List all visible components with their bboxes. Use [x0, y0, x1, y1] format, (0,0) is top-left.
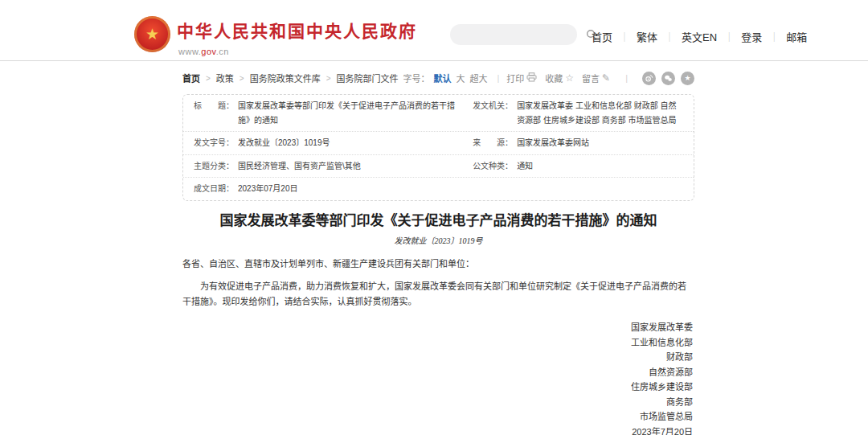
signature-line: 财政部 — [182, 350, 693, 365]
meta-row-docno-source: 发文字号： 发改就业〔2023〕1019号 来 源： 国家发展改革委网站 — [183, 131, 694, 154]
meta-docno-label: 发文字号： — [194, 136, 234, 150]
wechat-share-icon[interactable] — [661, 72, 675, 85]
favorite-button[interactable]: 收藏 ☆ — [545, 72, 574, 84]
meta-row-date: 成文日期： 2023年07月20日 — [183, 177, 694, 200]
nav-separator: ｜ — [769, 30, 779, 43]
nav-separator: ｜ — [724, 30, 734, 43]
meta-agency-label: 发文机关： — [473, 99, 513, 113]
site-header: ★ 中华人民共和国中央人民政府 www.gov.cn 首页 ｜ 繁体 ｜ 英文E… — [0, 0, 868, 61]
site-url-cn: .cn — [216, 47, 229, 56]
meta-category-label: 主题分类： — [194, 159, 234, 174]
breadcrumb-home[interactable]: 首页 — [182, 72, 200, 84]
fontsize-label: 字号： — [403, 72, 429, 84]
meta-source-label: 来 源： — [473, 136, 513, 150]
nav-separator: ｜ — [620, 30, 629, 43]
fontsize-xlarge-button[interactable]: 超大 — [469, 72, 487, 84]
signature-line: 住房城乡建设部 — [182, 380, 693, 395]
meta-category-value: 国民经济管理、国有资产监管\其他 — [238, 159, 361, 174]
weibo-share-icon[interactable] — [642, 72, 656, 85]
star-icon: ☆ — [565, 73, 574, 83]
meta-docno-value: 发改就业〔2023〕1019号 — [238, 136, 330, 150]
fontsize-default-button[interactable]: 默认 — [433, 72, 451, 84]
top-nav: 首页 ｜ 繁体 ｜ 英文EN ｜ 登录 ｜ 邮箱 — [592, 29, 807, 44]
share-buttons: ★ — [637, 72, 694, 85]
site-url-www: www. — [178, 47, 201, 56]
meta-source-value: 国家发展改革委网站 — [517, 136, 589, 150]
breadcrumb-policy-library[interactable]: 国务院政策文件库 — [250, 72, 321, 84]
nav-mail[interactable]: 邮箱 — [786, 29, 807, 44]
site-identity: 中华人民共和国中央人民政府 www.gov.cn — [177, 16, 417, 56]
signature-line: 市场监管总局 — [182, 409, 693, 425]
breadcrumb: 首页 > 政策 > 国务院政策文件库 > 国务院部门文件 — [182, 72, 399, 84]
document-meta-table: 标 题： 国家发展改革委等部门印发《关于促进电子产品消费的若干措施》的通知 发文… — [182, 94, 694, 201]
main-content: 首页 > 政策 > 国务院政策文件库 > 国务院部门文件 字号： 默认 大 超大… — [182, 71, 694, 435]
print-label: 打印 — [506, 72, 524, 84]
meta-type-label: 公文种类： — [473, 159, 513, 174]
search-box[interactable] — [450, 24, 577, 45]
breadcrumb-policy[interactable]: 政策 — [216, 72, 234, 84]
nav-login[interactable]: 登录 — [741, 29, 762, 44]
favorite-label: 收藏 — [545, 72, 563, 84]
breadcrumb-toolbar-row: 首页 > 政策 > 国务院政策文件库 > 国务院部门文件 字号： 默认 大 超大… — [182, 71, 694, 85]
site-url: www.gov.cn — [178, 47, 417, 56]
site-logo[interactable]: ★ 中华人民共和国中央人民政府 www.gov.cn — [134, 16, 417, 56]
nav-separator: ｜ — [665, 30, 674, 43]
article-toolbar: 字号： 默认 大 超大 | 打印 收藏 ☆ 留言 — [403, 72, 694, 85]
chevron-right-icon: > — [206, 74, 211, 83]
national-emblem-icon: ★ — [134, 16, 170, 52]
breadcrumb-department-docs: 国务院部门文件 — [337, 72, 399, 84]
site-url-gov: gov — [201, 47, 215, 56]
printer-icon — [526, 72, 537, 84]
toolbar-separator: | — [625, 73, 628, 83]
fontsize-large-button[interactable]: 大 — [456, 72, 465, 84]
signature-block: 国家发展改革委 工业和信息化部 财政部 自然资源部 住房城乡建设部 商务部 市场… — [182, 320, 694, 435]
meta-type-value: 通知 — [517, 159, 533, 174]
meta-title-value: 国家发展改革委等部门印发《关于促进电子产品消费的若干措施》的通知 — [238, 99, 466, 127]
site-title: 中华人民共和国中央人民政府 — [177, 18, 417, 42]
signature-line: 工业和信息化部 — [182, 335, 693, 351]
signature-line: 自然资源部 — [182, 365, 693, 380]
pencil-icon: ✎ — [602, 73, 610, 83]
favorite-share-icon[interactable]: ★ — [681, 72, 694, 85]
print-button[interactable]: 打印 — [506, 72, 537, 84]
meta-date-label: 成文日期： — [194, 182, 234, 196]
nav-home[interactable]: 首页 — [592, 29, 612, 44]
nav-english[interactable]: 英文EN — [682, 29, 717, 44]
nav-traditional[interactable]: 繁体 — [637, 29, 657, 44]
paragraph-recipients: 各省、自治区、直辖市及计划单列市、新疆生产建设兵团有关部门和单位： — [182, 256, 694, 272]
signature-date: 2023年7月20日 — [182, 425, 693, 435]
meta-date-value: 2023年07月20日 — [238, 182, 298, 196]
chevron-right-icon: > — [240, 74, 244, 83]
meta-row-title-agency: 标 题： 国家发展改革委等部门印发《关于促进电子产品消费的若干措施》的通知 发文… — [183, 95, 694, 131]
search-input[interactable] — [450, 24, 586, 45]
signature-line: 国家发展改革委 — [182, 320, 693, 335]
meta-agency-value: 国家发展改革委 工业和信息化部 财政部 自然资源部 住房城乡建设部 商务部 市场… — [517, 99, 683, 127]
paragraph-body: 为有效促进电子产品消费，助力消费恢复和扩大，国家发展改革委会同有关部门和单位研究… — [182, 279, 694, 310]
chevron-right-icon: > — [326, 74, 331, 83]
meta-row-category-type: 主题分类： 国民经济管理、国有资产监管\其他 公文种类： 通知 — [183, 154, 694, 178]
meta-title-label: 标 题： — [194, 99, 234, 113]
signature-line: 商务部 — [182, 395, 693, 410]
toolbar-separator: | — [497, 73, 499, 83]
comment-button[interactable]: 留言 ✎ — [582, 72, 610, 84]
document-number: 发改就业〔2023〕1019号 — [182, 234, 694, 246]
comment-label: 留言 — [582, 72, 600, 84]
document-title: 国家发展改革委等部门印发《关于促进电子产品消费的若干措施》的通知 — [187, 211, 690, 231]
